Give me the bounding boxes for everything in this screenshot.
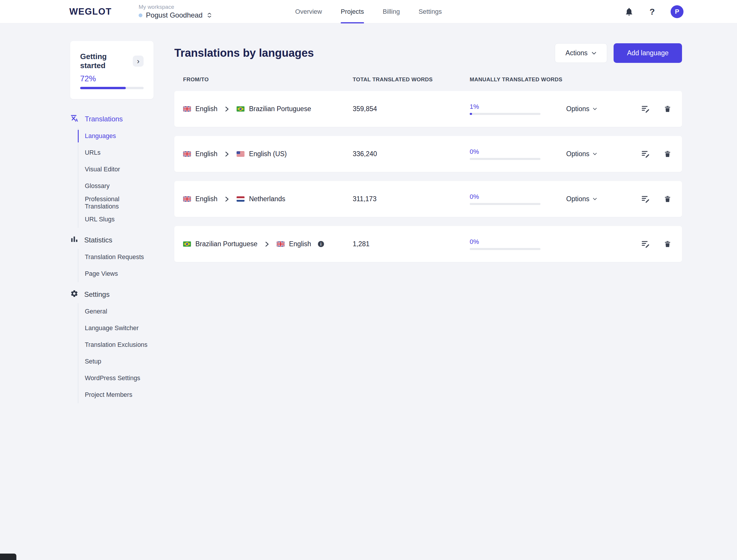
chevron-down-icon [593, 153, 597, 155]
nav-billing[interactable]: Billing [383, 0, 400, 23]
sidebar-item-setup[interactable]: Setup [85, 353, 154, 370]
weglot-logo: WEGLOT [69, 6, 112, 17]
br-flag-icon [237, 106, 244, 112]
sidebar-section-statistics[interactable]: Statistics [70, 233, 154, 247]
actions-button[interactable]: Actions [555, 43, 607, 63]
to-language: English [289, 240, 311, 248]
sidebar-section-label: Settings [84, 290, 110, 299]
getting-started-progressbar [80, 87, 144, 89]
manual-progressbar [470, 248, 540, 250]
total-translated-words: 359,854 [353, 105, 470, 113]
delete-trash-icon[interactable] [664, 240, 671, 248]
help-icon[interactable]: ? [650, 7, 655, 17]
sidebar-item-glossary[interactable]: Glossary [85, 178, 154, 194]
sidebar: Getting started › 72% A Translations Lan [70, 41, 154, 409]
gb-flag-icon [183, 196, 191, 202]
workspace-name: Pogust Goodhead [146, 11, 203, 19]
nav-settings[interactable]: Settings [419, 0, 442, 23]
options-label: Options [566, 105, 589, 113]
sidebar-section-label: Statistics [84, 236, 112, 244]
to-language: English (US) [249, 150, 287, 158]
col-manually-translated: MANUALLY TRANSLATED WORDS [470, 76, 566, 83]
manual-progressbar [470, 203, 540, 205]
sidebar-item-translation-requests[interactable]: Translation Requests [85, 249, 154, 266]
delete-trash-icon[interactable] [664, 150, 671, 158]
gb-flag-icon [183, 151, 191, 157]
sidebar-section-settings[interactable]: Settings [70, 287, 154, 301]
delete-trash-icon[interactable] [664, 105, 671, 113]
nav-overview[interactable]: Overview [295, 0, 322, 23]
manual-progress-fill [470, 113, 472, 115]
user-avatar[interactable]: P [671, 5, 683, 18]
manual-percent: 0% [470, 238, 540, 246]
chevron-right-icon [265, 242, 269, 247]
options-dropdown[interactable]: Options [566, 195, 633, 203]
edit-translations-icon[interactable] [641, 104, 650, 113]
getting-started-percent: 72% [80, 74, 144, 83]
svg-text:A: A [75, 118, 78, 123]
nav-projects[interactable]: Projects [341, 0, 364, 23]
info-icon[interactable]: i [318, 241, 324, 247]
page-title: Translations by languages [174, 47, 314, 59]
gear-icon [70, 290, 78, 299]
manual-progressbar [470, 113, 540, 115]
notifications-bell-icon[interactable] [624, 7, 634, 16]
us-flag-icon [237, 151, 244, 157]
bottom-left-widget [0, 554, 16, 560]
total-translated-words: 336,240 [353, 150, 470, 158]
chevron-right-icon [225, 106, 229, 112]
chevron-updown-icon [207, 13, 211, 18]
sidebar-item-project-members[interactable]: Project Members [85, 387, 154, 403]
gb-flag-icon [183, 106, 191, 112]
sidebar-item-url-slugs[interactable]: URL Slugs [85, 211, 154, 228]
options-label: Options [566, 195, 589, 203]
chevron-right-icon [225, 151, 229, 157]
total-translated-words: 311,173 [353, 195, 470, 203]
col-total-translated: TOTAL TRANSLATED WORDS [353, 76, 470, 83]
table-row: Brazilian Portuguese English i 1,281 0% [174, 226, 682, 262]
sidebar-item-professional-translations[interactable]: Professional Translations [85, 194, 154, 211]
sidebar-item-wordpress-settings[interactable]: WordPress Settings [85, 370, 154, 387]
edit-translations-icon[interactable] [641, 194, 650, 204]
workspace-switcher[interactable]: My workspace Pogust Goodhead [139, 4, 211, 19]
getting-started-title: Getting started [80, 52, 133, 70]
col-from-to: FROM/TO [183, 76, 353, 83]
from-language: English [195, 150, 217, 158]
options-dropdown[interactable]: Options [566, 105, 633, 113]
sidebar-item-page-views[interactable]: Page Views [85, 266, 154, 282]
to-language: Brazilian Portuguese [249, 105, 311, 113]
sidebar-item-translation-exclusions[interactable]: Translation Exclusions [85, 337, 154, 353]
chevron-down-icon [592, 52, 596, 55]
bar-chart-icon [70, 235, 78, 245]
actions-button-label: Actions [566, 49, 588, 57]
edit-translations-icon[interactable] [641, 239, 650, 249]
to-language: Netherlands [249, 195, 285, 203]
total-translated-words: 1,281 [353, 240, 470, 248]
from-language: English [195, 195, 217, 203]
chevron-down-icon [593, 198, 597, 200]
table-row: English English (US) 336,240 0% Options [174, 136, 682, 172]
table-row: English Brazilian Portuguese 359,854 1% … [174, 91, 682, 127]
sidebar-section-translations[interactable]: A Translations [70, 112, 154, 126]
delete-trash-icon[interactable] [664, 195, 671, 203]
top-bar: WEGLOT My workspace Pogust Goodhead Over… [0, 0, 737, 23]
workspace-status-dot [139, 13, 142, 17]
getting-started-open-button[interactable]: › [133, 56, 144, 67]
sidebar-item-language-switcher[interactable]: Language Switcher [85, 320, 154, 337]
getting-started-card: Getting started › 72% [70, 41, 154, 99]
edit-translations-icon[interactable] [641, 149, 650, 158]
manual-percent: 0% [470, 148, 540, 156]
sidebar-item-languages[interactable]: Languages [85, 128, 154, 144]
options-dropdown[interactable]: Options [566, 150, 633, 158]
sidebar-item-general[interactable]: General [85, 303, 154, 320]
manual-percent: 0% [470, 193, 540, 201]
sidebar-item-urls[interactable]: URLs [85, 144, 154, 161]
add-language-button[interactable]: Add language [614, 43, 682, 63]
sidebar-item-visual-editor[interactable]: Visual Editor [85, 161, 154, 178]
nl-flag-icon [237, 196, 244, 202]
gb-flag-icon [277, 241, 285, 247]
table-header: FROM/TO TOTAL TRANSLATED WORDS MANUALLY … [174, 76, 682, 83]
sidebar-menu: A Translations Languages URLs Visual Edi… [70, 112, 154, 403]
from-language: Brazilian Portuguese [195, 240, 257, 248]
sidebar-section-label: Translations [85, 115, 123, 123]
